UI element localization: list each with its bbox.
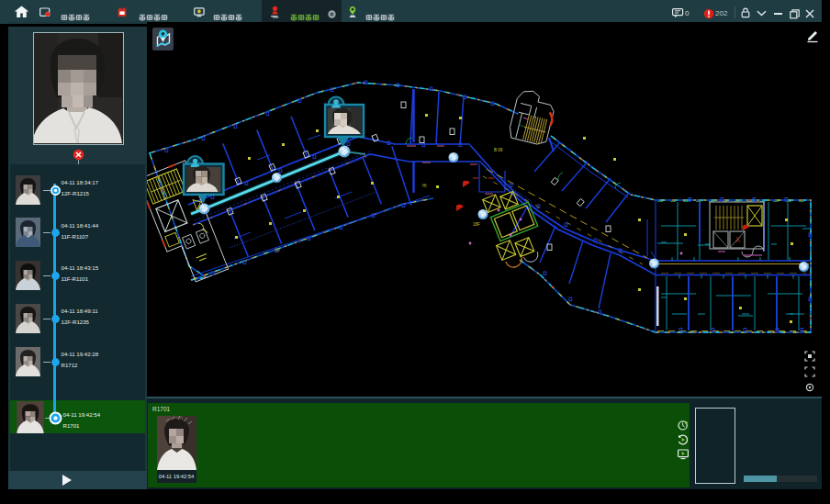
svg-text:HI: HI <box>422 184 427 188</box>
svg-text:18F: 18F <box>473 222 480 227</box>
svg-text:B 09: B 09 <box>494 148 503 152</box>
svg-text:HI: HI <box>275 248 280 252</box>
